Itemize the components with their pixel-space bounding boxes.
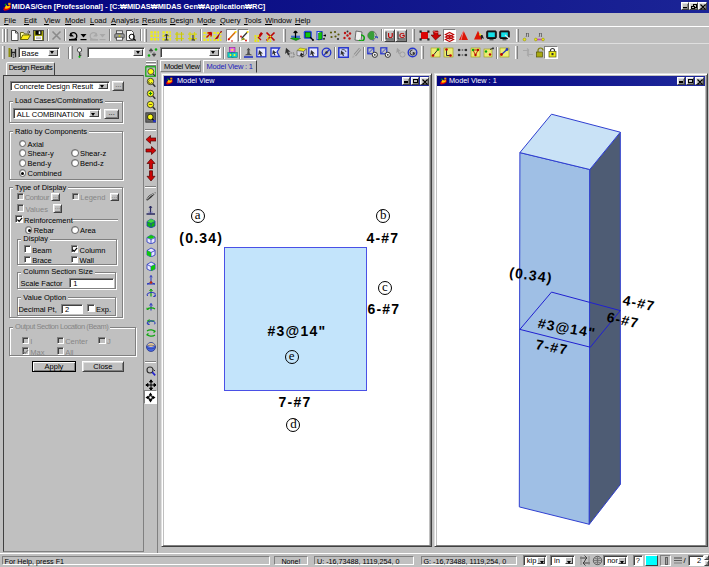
svg-text:G: G [399,31,405,40]
svg-text:n: n [539,31,543,39]
svg-text:U: U [388,31,394,40]
svg-text:n: n [526,31,530,39]
svg-text:1₁: 1₁ [12,54,17,59]
